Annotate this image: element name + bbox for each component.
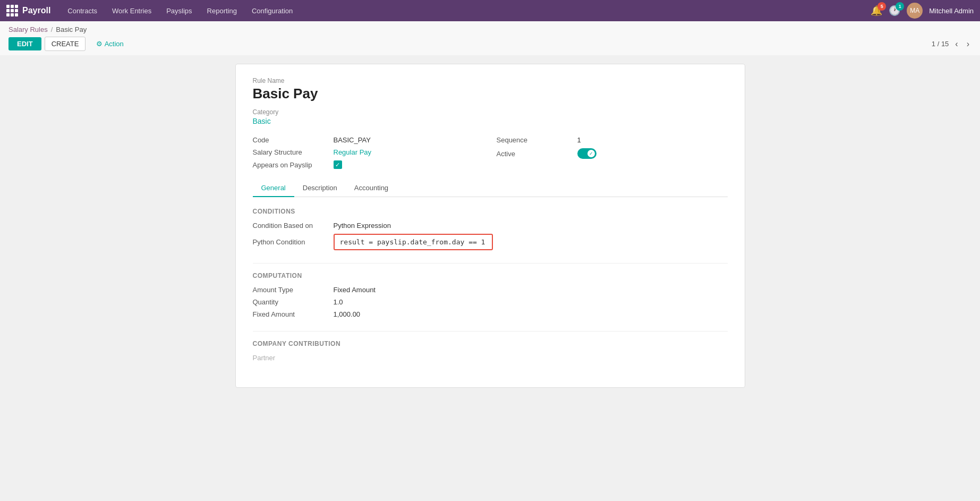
field-active: Active xyxy=(497,148,728,159)
amount-type-label: Amount Type xyxy=(253,286,327,294)
sequence-label: Sequence xyxy=(497,136,571,144)
nav-payslips[interactable]: Payslips xyxy=(160,4,198,18)
python-condition-value[interactable]: result = payslip.date_from.day == 1 xyxy=(334,234,493,250)
action-bar-left: EDIT CREATE ⚙ Action xyxy=(8,37,124,51)
grid-icon xyxy=(6,5,18,16)
rule-name-label: Rule Name xyxy=(253,77,728,84)
brand-logo[interactable]: Payroll xyxy=(6,5,50,16)
field-quantity: Quantity 1.0 xyxy=(253,298,728,306)
appears-on-payslip-checkbox[interactable]: ✓ xyxy=(334,160,342,169)
field-appears-on-payslip: Appears on Payslip ✓ xyxy=(253,160,484,169)
main-menu: Contracts Work Entries Payslips Reportin… xyxy=(61,4,871,18)
conditions-fields: Condition Based on Python Expression Pyt… xyxy=(253,222,728,250)
quantity-value: 1.0 xyxy=(334,298,343,306)
field-condition-based-on: Condition Based on Python Expression xyxy=(253,222,728,230)
field-salary-structure: Salary Structure Regular Pay xyxy=(253,148,484,156)
edit-button[interactable]: EDIT xyxy=(8,37,41,50)
nav-reporting[interactable]: Reporting xyxy=(201,4,243,18)
rule-name-value: Basic Pay xyxy=(253,86,728,102)
breadcrumb: Salary Rules / Basic Pay xyxy=(0,21,980,33)
action-menu[interactable]: ⚙ Action xyxy=(96,40,124,48)
header-right: 🔔 5 🕐 1 MA Mitchell Admin xyxy=(871,3,974,19)
fields-grid: Code BASIC_PAY Salary Structure Regular … xyxy=(253,136,728,169)
action-label: Action xyxy=(105,40,124,48)
nav-contracts[interactable]: Contracts xyxy=(61,4,104,18)
field-python-condition: Python Condition result = payslip.date_f… xyxy=(253,234,728,250)
avatar[interactable]: MA xyxy=(907,3,923,19)
tab-description[interactable]: Description xyxy=(294,180,346,197)
category-label: Category xyxy=(253,108,728,116)
salary-structure-label: Salary Structure xyxy=(253,148,327,156)
tabs: General Description Accounting xyxy=(253,180,728,197)
user-name[interactable]: Mitchell Admin xyxy=(929,7,974,15)
breadcrumb-current: Basic Pay xyxy=(56,26,87,33)
computation-section: Computation Amount Type Fixed Amount Qua… xyxy=(253,272,728,318)
code-label: Code xyxy=(253,136,327,144)
appears-on-payslip-label: Appears on Payslip xyxy=(253,161,327,169)
field-code: Code BASIC_PAY xyxy=(253,136,484,144)
sequence-value: 1 xyxy=(577,136,581,144)
field-fixed-amount: Fixed Amount 1,000.00 xyxy=(253,310,728,318)
app-title: Payroll xyxy=(22,6,50,15)
action-bar-right: 1 / 15 ‹ › xyxy=(932,38,972,50)
condition-based-on-label: Condition Based on xyxy=(253,222,327,230)
conditions-section: Conditions Condition Based on Python Exp… xyxy=(253,208,728,250)
top-navigation: Payroll Contracts Work Entries Payslips … xyxy=(0,0,980,21)
action-bar: EDIT CREATE ⚙ Action 1 / 15 ‹ › xyxy=(0,33,980,55)
condition-based-on-value: Python Expression xyxy=(334,222,391,230)
notification-badge: 5 xyxy=(877,2,886,11)
field-partner: Partner xyxy=(253,354,728,362)
conditions-title: Conditions xyxy=(253,208,728,215)
create-button[interactable]: CREATE xyxy=(45,37,86,51)
category-value[interactable]: Basic xyxy=(253,117,728,125)
fixed-amount-value: 1,000.00 xyxy=(334,310,361,318)
amount-type-value: Fixed Amount xyxy=(334,286,376,294)
nav-work-entries[interactable]: Work Entries xyxy=(106,4,158,18)
active-toggle[interactable] xyxy=(577,148,596,159)
avatar-initials: MA xyxy=(910,7,919,14)
main-content: Rule Name Basic Pay Category Basic Code … xyxy=(0,55,980,501)
field-group-right: Sequence 1 Active xyxy=(497,136,728,169)
nav-configuration[interactable]: Configuration xyxy=(245,4,299,18)
company-contribution-section: Company Contribution Partner xyxy=(253,340,728,362)
fixed-amount-label: Fixed Amount xyxy=(253,310,327,318)
prev-record-button[interactable]: ‹ xyxy=(953,38,960,50)
tab-general[interactable]: General xyxy=(253,180,294,197)
breadcrumb-separator: / xyxy=(51,26,53,33)
computation-title: Computation xyxy=(253,272,728,279)
activities-button[interactable]: 🕐 1 xyxy=(889,5,900,16)
tab-accounting[interactable]: Accounting xyxy=(346,180,397,197)
toggle-circle xyxy=(587,150,595,157)
activity-badge: 1 xyxy=(896,2,904,11)
python-condition-label: Python Condition xyxy=(253,238,327,246)
pagination-label: 1 / 15 xyxy=(932,40,949,48)
field-sequence: Sequence 1 xyxy=(497,136,728,144)
field-amount-type: Amount Type Fixed Amount xyxy=(253,286,728,294)
record-card: Rule Name Basic Pay Category Basic Code … xyxy=(235,64,745,388)
divider-1 xyxy=(253,263,728,264)
field-group-left: Code BASIC_PAY Salary Structure Regular … xyxy=(253,136,484,169)
breadcrumb-parent[interactable]: Salary Rules xyxy=(8,26,48,33)
notifications-button[interactable]: 🔔 5 xyxy=(871,5,882,16)
tab-content-general: Conditions Condition Based on Python Exp… xyxy=(253,208,728,362)
partner-label: Partner xyxy=(253,354,327,362)
salary-structure-value[interactable]: Regular Pay xyxy=(334,148,372,156)
active-label: Active xyxy=(497,150,571,158)
quantity-label: Quantity xyxy=(253,298,327,306)
computation-fields: Amount Type Fixed Amount Quantity 1.0 Fi… xyxy=(253,286,728,318)
gear-icon: ⚙ xyxy=(96,40,103,48)
company-contribution-title: Company Contribution xyxy=(253,340,728,347)
divider-2 xyxy=(253,331,728,332)
next-record-button[interactable]: › xyxy=(965,38,972,50)
code-value: BASIC_PAY xyxy=(334,136,371,144)
